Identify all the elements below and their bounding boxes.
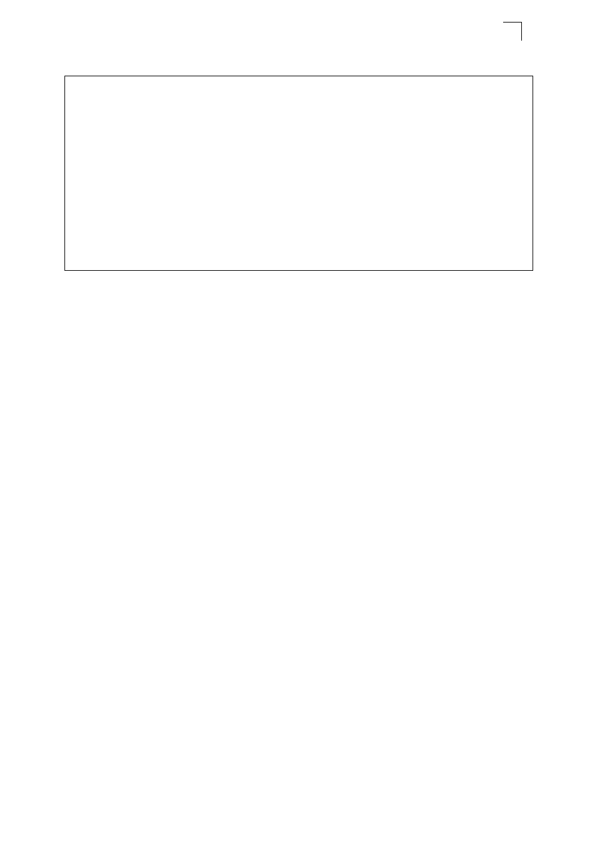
crop-mark [497, 22, 522, 47]
content-box [64, 76, 533, 271]
